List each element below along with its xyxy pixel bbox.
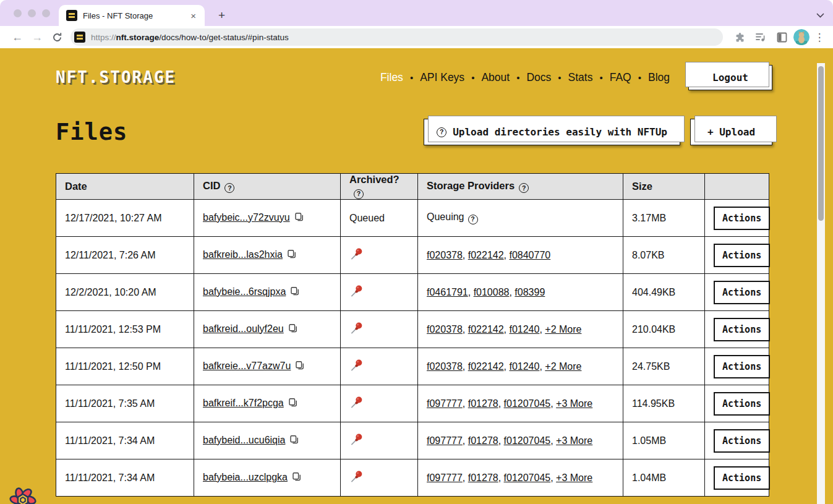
upload-button[interactable]: + Upload	[690, 119, 772, 145]
provider-link[interactable]: f01278	[468, 435, 498, 446]
nft-storage-logo[interactable]: NFT.STORAGE	[56, 68, 176, 87]
nav-item-faq[interactable]: FAQ	[610, 71, 631, 84]
cid-link[interactable]: bafybeie...6rsqjpxa	[203, 286, 286, 297]
provider-link[interactable]: f097777	[427, 435, 463, 446]
more-providers-link[interactable]: +3 More	[556, 435, 592, 446]
actions-button[interactable]: Actions	[714, 392, 770, 416]
provider-link[interactable]: f022142	[468, 361, 504, 372]
actions-button[interactable]: Actions	[714, 355, 770, 378]
providers-cell: f020378, f022142, f01240, +2 More	[418, 311, 623, 348]
more-providers-link[interactable]: +3 More	[556, 398, 592, 409]
back-button[interactable]: ←	[9, 31, 26, 44]
providers-cell: f020378, f022142, f0840770	[418, 237, 623, 274]
pin-icon	[349, 432, 364, 449]
providers-cell: f097777, f01278, f01207045, +3 More	[418, 385, 623, 422]
profile-avatar[interactable]	[793, 29, 810, 45]
provider-link[interactable]: f020378	[427, 361, 463, 372]
provider-link[interactable]: f08399	[515, 287, 545, 297]
browser-tab[interactable]: Files - NFT Storage ×	[59, 5, 205, 26]
provider-link[interactable]: f0461791	[427, 287, 468, 297]
cid-link[interactable]: bafybeia...uzclpgka	[203, 472, 288, 482]
provider-link[interactable]: f020378	[427, 250, 463, 260]
provider-link[interactable]: f022142	[468, 250, 504, 260]
date-cell: 11/11/2021, 12:50 PM	[56, 348, 194, 385]
nftup-button[interactable]: ?Upload directories easily with NFTUp	[424, 119, 680, 145]
cid-link[interactable]: bafkreid...oulyf2eu	[203, 323, 284, 334]
more-providers-link[interactable]: +2 More	[545, 324, 581, 335]
url-bar[interactable]: https://nft.storage/docs/how-to/get-stat…	[70, 28, 723, 46]
media-controls-icon[interactable]	[751, 32, 770, 43]
scrollbar-thumb[interactable]	[818, 66, 824, 221]
provider-link[interactable]: f010088	[474, 287, 510, 297]
provider-link[interactable]: f01207045	[504, 472, 551, 483]
copy-icon[interactable]	[292, 472, 302, 484]
nav-item-files[interactable]: Files	[380, 71, 403, 84]
provider-link[interactable]: f022142	[468, 324, 504, 335]
window-zoom-button[interactable]	[42, 9, 50, 17]
copy-icon[interactable]	[288, 398, 298, 410]
cid-link[interactable]: bafkreib...las2hxia	[203, 249, 283, 260]
actions-button[interactable]: Actions	[714, 318, 770, 341]
nav-item-stats[interactable]: Stats	[568, 71, 593, 84]
providers-cell: Queuing?	[418, 200, 623, 237]
url-path: /docs/how-to/get-status/#pin-status	[159, 33, 288, 42]
actions-cell: Actions	[705, 385, 769, 422]
date-cell: 11/11/2021, 7:34 AM	[56, 459, 194, 497]
help-icon[interactable]: ?	[519, 183, 529, 193]
window-close-button[interactable]	[14, 9, 22, 17]
nav-item-about[interactable]: About	[481, 71, 510, 84]
side-panel-icon[interactable]	[772, 32, 791, 43]
size-cell: 3.17MB	[623, 200, 705, 237]
copy-icon[interactable]	[290, 286, 300, 299]
copy-icon[interactable]	[289, 435, 299, 447]
column-header-label: Size	[632, 181, 652, 192]
copy-icon[interactable]	[294, 212, 304, 224]
cid-link[interactable]: bafkreif...k7f2pcga	[203, 398, 284, 408]
size-cell: 8.07KB	[623, 237, 705, 274]
browser-menu-icon[interactable]: ⋮	[812, 31, 827, 44]
actions-button[interactable]: Actions	[714, 207, 770, 230]
help-icon[interactable]: ?	[468, 215, 478, 224]
provider-link[interactable]: f01240	[509, 361, 539, 372]
new-tab-button[interactable]: +	[215, 9, 229, 22]
extensions-puzzle-icon[interactable]	[730, 32, 749, 43]
copy-icon[interactable]	[287, 249, 297, 262]
providers-cell: f0461791, f010088, f08399	[418, 274, 623, 311]
cid-link[interactable]: bafkreie...v77azw7u	[203, 361, 291, 371]
provider-link[interactable]: f097777	[427, 472, 463, 483]
help-icon[interactable]: ?	[224, 183, 234, 193]
help-icon[interactable]: ?	[354, 189, 364, 199]
reload-button[interactable]	[48, 32, 66, 43]
copy-icon[interactable]	[295, 361, 305, 373]
logout-button[interactable]: Logout	[688, 65, 772, 90]
column-header	[705, 174, 769, 200]
more-providers-link[interactable]: +2 More	[545, 361, 581, 372]
nav-item-docs[interactable]: Docs	[526, 71, 551, 84]
provider-link[interactable]: f01207045	[504, 435, 551, 446]
nav-separator: •	[410, 72, 413, 83]
column-header: Archived??	[341, 174, 418, 200]
tab-strip-chevron-icon[interactable]	[816, 10, 824, 21]
copy-icon[interactable]	[288, 323, 298, 336]
tab-close-icon[interactable]: ×	[188, 11, 199, 21]
browser-toolbar: ← → https://nft.storage/docs/how-to/get-…	[0, 26, 833, 48]
actions-button[interactable]: Actions	[714, 466, 770, 490]
more-providers-link[interactable]: +3 More	[556, 472, 592, 483]
cid-link[interactable]: bafybeid...ucu6iqia	[203, 435, 285, 445]
cid-link[interactable]: bafybeic...y72zvuyu	[203, 212, 290, 223]
nav-item-blog[interactable]: Blog	[648, 71, 670, 84]
actions-button[interactable]: Actions	[714, 429, 770, 453]
actions-button[interactable]: Actions	[714, 281, 770, 304]
page-title: Files	[56, 119, 127, 145]
provider-link[interactable]: f097777	[427, 398, 463, 409]
provider-link[interactable]: f01278	[468, 398, 498, 409]
provider-link[interactable]: f0840770	[509, 250, 550, 260]
window-minimize-button[interactable]	[28, 9, 36, 17]
provider-link[interactable]: f01278	[468, 472, 498, 483]
provider-link[interactable]: f01240	[509, 324, 539, 335]
provider-link[interactable]: f01207045	[504, 398, 551, 409]
provider-link[interactable]: f020378	[427, 324, 463, 335]
actions-button[interactable]: Actions	[714, 244, 770, 267]
nav-item-api-keys[interactable]: API Keys	[420, 71, 464, 84]
forward-button[interactable]: →	[28, 31, 46, 44]
